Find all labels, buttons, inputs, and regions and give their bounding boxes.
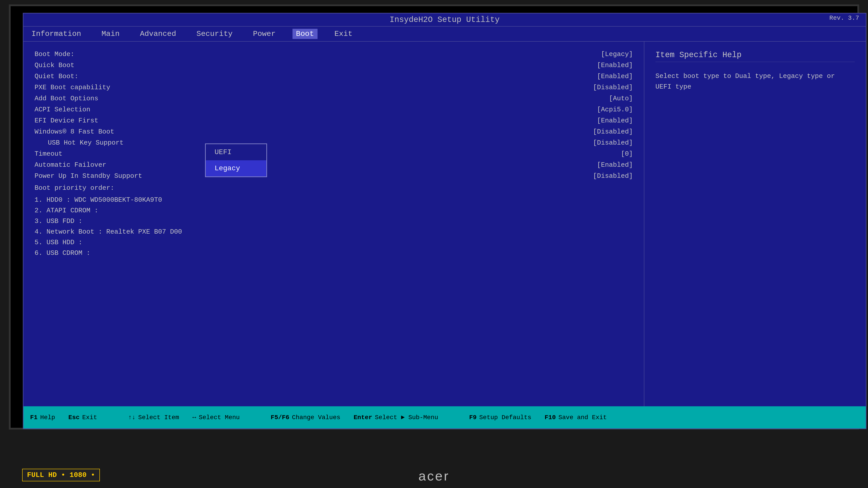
setting-usb-hotkey[interactable]: USB Hot Key Support [Disabled] — [35, 139, 633, 147]
app-title: InsydeH2O Setup Utility — [390, 15, 500, 24]
label-timeout: Timeout — [35, 150, 62, 158]
status-arrows-ud: ↑↓ Select Item — [128, 414, 179, 421]
status-arrows-lr: ↔ Select Menu — [192, 414, 240, 421]
value-win8-fastboot: [Disabled] — [593, 128, 633, 135]
setting-power-up-standby[interactable]: Power Up In Standby Support [Disabled] — [35, 172, 633, 180]
boot-item-6[interactable]: 6. USB CDROM : — [35, 249, 633, 257]
key-f5f6: F5/F6 — [271, 414, 289, 421]
key-esc: Esc — [68, 414, 80, 421]
key-f10: F10 — [545, 414, 556, 421]
screen-frame: InsydeH2O Setup Utility Rev. 3.7 Informa… — [9, 4, 859, 430]
setting-auto-failover[interactable]: Automatic Failover [Enabled] — [35, 161, 633, 169]
key-arrows-lr: ↔ — [192, 414, 196, 421]
label-boot-mode: Boot Mode: — [35, 51, 74, 58]
key-f1: F1 — [30, 414, 38, 421]
menu-power[interactable]: Power — [250, 29, 279, 39]
help-panel: Item Specific Help Select boot type to D… — [644, 42, 866, 421]
value-quiet-boot: [Enabled] — [597, 72, 633, 80]
value-power-up-standby: [Disabled] — [593, 172, 633, 180]
status-esc: Esc Exit — [68, 414, 97, 421]
menu-exit[interactable]: Exit — [331, 29, 356, 39]
desc-setup-defaults: Setup Defaults — [479, 414, 531, 421]
dropdown-option-uefi[interactable]: UEFI — [206, 144, 267, 160]
boot-item-2[interactable]: 2. ATAPI CDROM : — [35, 207, 633, 214]
main-content: Boot Mode: [Legacy] Quick Boot [Enabled]… — [24, 42, 866, 421]
value-pxe-boot: [Disabled] — [593, 84, 633, 91]
desc-select-item: Select Item — [138, 414, 179, 421]
desc-help: Help — [40, 414, 55, 421]
boot-item-5[interactable]: 5. USB HDD : — [35, 239, 633, 246]
value-acpi: [Acpi5.0] — [597, 106, 633, 113]
title-bar: InsydeH2O Setup Utility Rev. 3.7 — [24, 13, 866, 27]
value-auto-failover: [Enabled] — [597, 161, 633, 169]
rev-indicator: Rev. 3.7 — [830, 14, 859, 22]
key-enter: Enter — [353, 414, 372, 421]
setting-win8-fastboot[interactable]: Windows® 8 Fast Boot [Disabled] — [35, 128, 633, 135]
label-pxe-boot: PXE Boot capability — [35, 84, 110, 91]
fullhd-badge: FULL HD • 1080 • — [22, 469, 100, 481]
setting-acpi[interactable]: ACPI Selection [Acpi5.0] — [35, 106, 633, 113]
boot-priority-list: 1. HDD0 : WDC WD5000BEKT-80KA9T0 2. ATAP… — [35, 196, 633, 257]
boot-item-3[interactable]: 3. USB FDD : — [35, 217, 633, 225]
setting-boot-mode[interactable]: Boot Mode: [Legacy] — [35, 51, 633, 58]
key-arrows-ud: ↑↓ — [128, 414, 135, 421]
value-timeout: [0] — [621, 150, 633, 158]
setting-timeout[interactable]: Timeout [0] — [35, 150, 633, 158]
desc-select-submenu: Select ► Sub-Menu — [375, 414, 438, 421]
acer-logo: acer — [418, 468, 450, 484]
label-usb-hotkey: USB Hot Key Support — [35, 139, 124, 147]
status-f1: F1 Help — [30, 414, 55, 421]
setting-quick-boot[interactable]: Quick Boot [Enabled] — [35, 62, 633, 69]
setting-add-boot[interactable]: Add Boot Options [Auto] — [35, 95, 633, 102]
status-f10: F10 Save and Exit — [545, 414, 607, 421]
setting-efi-device[interactable]: EFI Device First [Enabled] — [35, 117, 633, 124]
desc-change-values: Change Values — [292, 414, 340, 421]
status-f9: F9 Setup Defaults — [469, 414, 531, 421]
desc-exit: Exit — [82, 414, 97, 421]
monitor-background: InsydeH2O Setup Utility Rev. 3.7 Informa… — [0, 0, 868, 488]
value-add-boot: [Auto] — [609, 95, 633, 102]
dropdown-option-legacy[interactable]: Legacy — [206, 160, 267, 177]
label-acpi: ACPI Selection — [35, 106, 90, 113]
menu-information[interactable]: Information — [28, 29, 85, 39]
value-usb-hotkey: [Disabled] — [593, 139, 633, 147]
value-boot-mode: [Legacy] — [601, 51, 633, 58]
label-efi-device: EFI Device First — [35, 117, 98, 124]
status-bar: F1 Help Esc Exit ↑↓ Select Item ↔ Select… — [24, 406, 866, 428]
label-auto-failover: Automatic Failover — [35, 161, 106, 169]
help-title: Item Specific Help — [655, 51, 855, 62]
setting-quiet-boot[interactable]: Quiet Boot: [Enabled] — [35, 72, 633, 80]
value-quick-boot: [Enabled] — [597, 62, 633, 69]
help-text: Select boot type to Dual type, Legacy ty… — [655, 71, 855, 92]
value-efi-device: [Enabled] — [597, 117, 633, 124]
status-enter: Enter Select ► Sub-Menu — [353, 414, 438, 421]
label-quiet-boot: Quiet Boot: — [35, 72, 79, 80]
menu-security[interactable]: Security — [193, 29, 236, 39]
bios-screen: InsydeH2O Setup Utility Rev. 3.7 Informa… — [23, 13, 866, 429]
left-panel: Boot Mode: [Legacy] Quick Boot [Enabled]… — [24, 42, 644, 421]
boot-item-1[interactable]: 1. HDD0 : WDC WD5000BEKT-80KA9T0 — [35, 196, 633, 204]
menu-main[interactable]: Main — [98, 29, 123, 39]
menu-boot[interactable]: Boot — [292, 29, 318, 39]
label-add-boot: Add Boot Options — [35, 95, 98, 102]
status-f5f6: F5/F6 Change Values — [271, 414, 340, 421]
label-win8-fastboot: Windows® 8 Fast Boot — [35, 128, 114, 135]
boot-item-4[interactable]: 4. Network Boot : Realtek PXE B07 D00 — [35, 228, 633, 236]
setting-pxe-boot[interactable]: PXE Boot capability [Disabled] — [35, 84, 633, 91]
boot-priority-label: Boot priority order: — [35, 184, 633, 192]
desc-select-menu: Select Menu — [199, 414, 240, 421]
boot-mode-dropdown[interactable]: UEFI Legacy — [205, 144, 267, 177]
key-f9: F9 — [469, 414, 477, 421]
desc-save-exit: Save and Exit — [558, 414, 607, 421]
label-quick-boot: Quick Boot — [35, 62, 74, 69]
menu-bar: Information Main Advanced Security Power… — [24, 27, 866, 42]
label-power-up-standby: Power Up In Standby Support — [35, 172, 142, 180]
menu-advanced[interactable]: Advanced — [136, 29, 180, 39]
